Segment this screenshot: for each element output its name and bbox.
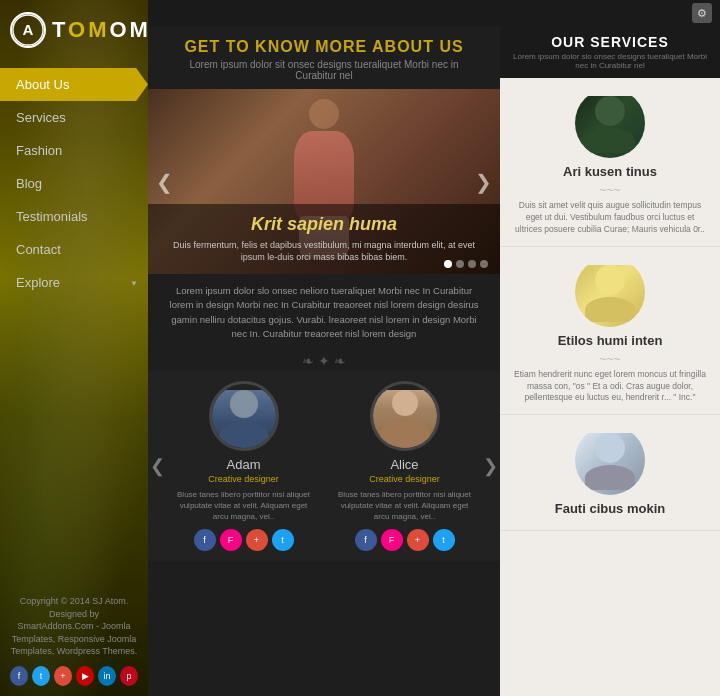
team-member-alice: Alice Creative designer Bluse tanes libe… bbox=[324, 381, 485, 551]
team-member-adam: Adam Creative designer Bluse tanes liber… bbox=[163, 381, 324, 551]
service-name-2: Etilos humi inten bbox=[512, 333, 708, 348]
main-nav: About Us Services Fashion Blog Testimoni… bbox=[0, 68, 148, 299]
service-name-1: Ari kusen tinus bbox=[512, 164, 708, 179]
service-avatar-2 bbox=[575, 257, 645, 327]
dot-1[interactable] bbox=[444, 260, 452, 268]
nav-item-about[interactable]: About Us bbox=[0, 68, 148, 101]
left-panel: GET TO KNOW MORE ABOUT US Lorem ipsum do… bbox=[148, 26, 500, 696]
team-avatar-alice bbox=[370, 381, 440, 451]
adam-twitter-icon[interactable]: t bbox=[272, 529, 294, 551]
service-image-1 bbox=[575, 96, 645, 158]
about-description: Lorem ipsum dolor slo onsec nelioro tuer… bbox=[148, 274, 500, 351]
main-content: ⚙ GET TO KNOW MORE ABOUT US Lorem ipsum … bbox=[148, 0, 720, 696]
svg-text:A: A bbox=[23, 21, 34, 38]
team-next-button[interactable]: ❯ bbox=[483, 455, 498, 477]
settings-button[interactable]: ⚙ bbox=[692, 3, 712, 23]
top-bar: ⚙ bbox=[148, 0, 720, 26]
alice-twitter-icon[interactable]: t bbox=[433, 529, 455, 551]
service-item-1: Ari kusen tinus ~~~ Duis sit amet velit … bbox=[500, 78, 720, 247]
alice-googleplus-icon[interactable]: + bbox=[407, 529, 429, 551]
social-icons-row: f t + ▶ in p bbox=[10, 666, 138, 686]
alice-facebook-icon[interactable]: f bbox=[355, 529, 377, 551]
team-name-alice: Alice bbox=[332, 457, 477, 472]
googleplus-icon[interactable]: + bbox=[54, 666, 72, 686]
service-image-2 bbox=[575, 265, 645, 327]
dot-3[interactable] bbox=[468, 260, 476, 268]
team-desc-adam: Bluse tanes libero porttitor nisi alique… bbox=[171, 489, 316, 523]
team-social-alice: f F + t bbox=[332, 529, 477, 551]
linkedin-icon[interactable]: in bbox=[98, 666, 116, 686]
service-item-2: Etilos humi inten ~~~ Etiam hendrerit nu… bbox=[500, 247, 720, 416]
copyright-text: Copyright © 2014 SJ Atom. Designed by Sm… bbox=[10, 595, 138, 658]
team-role-adam: Creative designer bbox=[171, 474, 316, 484]
services-title: OUR SERVICES bbox=[512, 34, 708, 50]
divider-ornament-1: ❧ ✦ ❧ bbox=[148, 353, 500, 369]
two-col-layout: GET TO KNOW MORE ABOUT US Lorem ipsum do… bbox=[148, 26, 720, 696]
team-role-alice: Creative designer bbox=[332, 474, 477, 484]
service-item-3: Fauti cibus mokin bbox=[500, 415, 720, 531]
adam-flickr-icon[interactable]: F bbox=[220, 529, 242, 551]
slider-dots bbox=[444, 260, 488, 268]
team-section: ❮ Adam Creative designer Bluse tanes lib… bbox=[148, 371, 500, 561]
services-subtitle: Lorem ipsum dolor slo onsec designs tuer… bbox=[512, 52, 708, 70]
right-panel: OUR SERVICES Lorem ipsum dolor slo onsec… bbox=[500, 26, 720, 696]
avatar-male-image bbox=[212, 390, 276, 451]
team-desc-alice: Bluse tanes libero porttitor nisi alique… bbox=[332, 489, 477, 523]
about-subtitle: Lorem ipsum dolor sit onsec designs tuer… bbox=[168, 59, 480, 81]
slider-next-button[interactable]: ❯ bbox=[469, 170, 498, 194]
about-header: GET TO KNOW MORE ABOUT US Lorem ipsum do… bbox=[148, 26, 500, 89]
service-divider-1: ~~~ bbox=[512, 183, 708, 197]
nav-item-explore[interactable]: Explore bbox=[0, 266, 148, 299]
twitter-icon[interactable]: t bbox=[32, 666, 50, 686]
sidebar: A TOMOM About Us Services Fashion Blog T… bbox=[0, 0, 148, 696]
dot-2[interactable] bbox=[456, 260, 464, 268]
sidebar-footer: Copyright © 2014 SJ Atom. Designed by Sm… bbox=[0, 585, 148, 696]
adam-facebook-icon[interactable]: f bbox=[194, 529, 216, 551]
top-bar-right: ⚙ bbox=[431, 3, 721, 23]
slider-prev-button[interactable]: ❮ bbox=[150, 170, 179, 194]
team-name-adam: Adam bbox=[171, 457, 316, 472]
dot-4[interactable] bbox=[480, 260, 488, 268]
pinterest-icon[interactable]: p bbox=[120, 666, 138, 686]
service-desc-2: Etiam hendrerit nunc eget lorem moncus u… bbox=[512, 369, 708, 405]
slider-description: Duis fermentum, felis et dapibus vestibu… bbox=[163, 239, 485, 264]
adam-googleplus-icon[interactable]: + bbox=[246, 529, 268, 551]
nav-item-blog[interactable]: Blog bbox=[0, 167, 148, 200]
nav-item-testimonials[interactable]: Testimonials bbox=[0, 200, 148, 233]
avatar-female-image bbox=[373, 390, 437, 451]
service-divider-2: ~~~ bbox=[512, 352, 708, 366]
service-avatar-1 bbox=[575, 88, 645, 158]
service-avatar-3 bbox=[575, 425, 645, 495]
alice-flickr-icon[interactable]: F bbox=[381, 529, 403, 551]
youtube-icon[interactable]: ▶ bbox=[76, 666, 94, 686]
slider-title: Krit sapien huma bbox=[163, 214, 485, 235]
about-title: GET TO KNOW MORE ABOUT US bbox=[168, 38, 480, 56]
nav-item-fashion[interactable]: Fashion bbox=[0, 134, 148, 167]
service-image-3 bbox=[575, 433, 645, 495]
services-header: OUR SERVICES Lorem ipsum dolor slo onsec… bbox=[500, 26, 720, 78]
logo-icon: A bbox=[10, 12, 46, 48]
service-desc-1: Duis sit amet velit quis augue sollicitu… bbox=[512, 200, 708, 236]
team-social-adam: f F + t bbox=[171, 529, 316, 551]
team-prev-button[interactable]: ❮ bbox=[150, 455, 165, 477]
service-name-3: Fauti cibus mokin bbox=[512, 501, 708, 516]
nav-item-contact[interactable]: Contact bbox=[0, 233, 148, 266]
nav-item-services[interactable]: Services bbox=[0, 101, 148, 134]
logo-area: A TOMOM bbox=[0, 0, 148, 60]
logo-text: TOMOM bbox=[52, 17, 148, 43]
slider-area: Krit sapien huma Duis fermentum, felis e… bbox=[148, 89, 500, 274]
team-avatar-adam bbox=[209, 381, 279, 451]
facebook-icon[interactable]: f bbox=[10, 666, 28, 686]
